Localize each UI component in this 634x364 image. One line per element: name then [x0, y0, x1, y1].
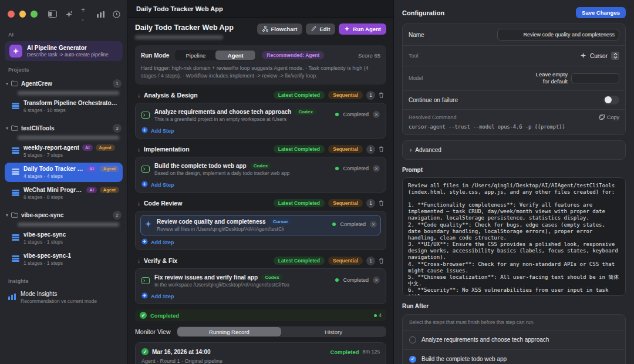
remove-step-icon[interactable]: ✕ — [373, 277, 380, 284]
redacted-path — [18, 136, 119, 140]
mode-insights-item[interactable]: Mode Insights Recommendation vs current … — [5, 288, 123, 307]
folder-icon — [11, 78, 18, 89]
folder-agentcrew[interactable]: ▾ AgentCrew 1 — [0, 75, 127, 89]
delete-stage-icon[interactable] — [379, 255, 384, 266]
configuration-title: Configuration — [402, 9, 444, 16]
pipeline-item-weekly-report[interactable]: weekly-report-agent AI Agent 5 stages · … — [5, 141, 123, 161]
sidebar-toggle-icon[interactable] — [48, 11, 57, 18]
agent-badge: Agent — [100, 187, 119, 193]
delete-stage-icon[interactable] — [379, 198, 384, 208]
main-panel: Daily Todo Tracker Web App Daily Todo Tr… — [128, 0, 393, 364]
add-circle-icon — [141, 127, 148, 134]
tool-label: Tool — [409, 53, 419, 59]
minimize-window-button[interactable] — [19, 11, 26, 18]
radio-checked-icon[interactable]: ✓ — [409, 356, 416, 363]
status-dot — [335, 278, 339, 282]
name-input[interactable] — [497, 29, 619, 41]
score-label: Score 65 — [358, 52, 380, 59]
model-input[interactable] — [571, 73, 619, 83]
record-duration: 8m 12s — [362, 349, 380, 355]
stage-analysis-design: ↓ Analysis & Design Latest Completed Seq… — [135, 90, 386, 139]
remove-step-icon[interactable]: ✕ — [373, 111, 380, 118]
continue-on-failure-label: Continue on failure — [409, 97, 458, 103]
model-label: Model — [409, 75, 423, 81]
pipeline-item-daily-todo[interactable]: Daily Todo Tracker Web App AI Agent 4 st… — [5, 163, 123, 182]
monitor-tabs: Running Record History — [177, 326, 387, 337]
cursor-sparkle-icon — [144, 220, 152, 230]
remove-step-icon[interactable]: ✕ — [370, 221, 377, 228]
save-changes-button[interactable]: Save Changes — [576, 7, 626, 18]
resolved-command-value: cursor-agent --trust --model opus-4.6 -p… — [409, 124, 619, 130]
chevron-down-icon[interactable]: ▾ — [6, 126, 8, 131]
tool-select-stepper[interactable] — [611, 52, 619, 60]
check-circle-icon: ✓ — [140, 312, 147, 319]
run-agent-button[interactable]: Run Agent — [339, 23, 386, 35]
redacted-path — [18, 91, 119, 95]
pipeline-generator-icon — [9, 45, 22, 58]
step-row-selected[interactable]: Review code quality and completeness Cur… — [140, 215, 381, 235]
folder-vibe-spec-sync[interactable]: ▾ vibe-spec-sync 2 — [0, 207, 127, 220]
run-mode-option-agent[interactable]: Agent — [215, 50, 255, 60]
status-dot — [335, 167, 339, 170]
clipboard-icon — [599, 114, 605, 121]
add-step-button[interactable]: Add Step — [140, 178, 381, 189]
tab-running-record[interactable]: Running Record — [177, 327, 282, 336]
step-row[interactable]: Analyze requirements and choose tech app… — [140, 107, 381, 124]
window-titlebar: Daily Todo Tracker Web App — [128, 0, 393, 18]
settings-icon[interactable] — [113, 11, 120, 18]
chart-icon[interactable] — [97, 11, 104, 18]
flowchart-button[interactable]: Flowchart — [257, 23, 303, 35]
folder-testclitools[interactable]: ▾ testCliTools 3 — [0, 120, 127, 133]
remove-step-icon[interactable]: ✕ — [373, 165, 380, 172]
pipeline-item-wechat[interactable]: WeChat Mini Program - Todo... AI Agent 6… — [5, 184, 123, 203]
stage-mode-badge: Sequential — [328, 199, 363, 207]
ai-badge: AI — [86, 187, 97, 193]
add-step-button[interactable]: Add Step — [140, 289, 381, 301]
radio-unchecked-icon[interactable] — [409, 336, 416, 343]
stage-arrow-icon: ↓ — [137, 200, 140, 207]
add-step-button[interactable]: Add Step — [140, 124, 381, 135]
stage-mode-badge: Sequential — [328, 257, 363, 265]
add-step-button[interactable]: Add Step — [140, 235, 381, 247]
continue-on-failure-toggle[interactable] — [603, 96, 619, 105]
model-hint: Leave empty for default — [536, 71, 568, 86]
step-row[interactable]: Fix review issues and verify final app C… — [140, 272, 381, 289]
maximize-window-button[interactable] — [31, 11, 38, 18]
pipeline-item-vibe-spec-sync[interactable]: vibe-spec-sync 1 stages · 1 steps — [5, 228, 123, 248]
terminal-icon — [141, 110, 150, 121]
recommended-badge: Recommended: Agent — [262, 51, 324, 59]
close-window-button[interactable] — [8, 11, 15, 18]
run-after-option[interactable]: Analyze requirements and choose tech app… — [403, 331, 625, 350]
status-dot — [332, 223, 336, 226]
ai-pipeline-generator-item[interactable]: AI Pipeline Generator Describe task -> a… — [5, 41, 123, 61]
run-mode-segmented-control: Pipeline Agent — [175, 50, 256, 60]
ai-sparkle-icon[interactable] — [65, 11, 73, 18]
monitor-view-label: Monitor View — [135, 328, 171, 335]
configuration-card: Name Tool Cursor Model Leave empty for d… — [402, 23, 626, 135]
run-after-option[interactable]: ✓ Build the complete todo web app — [403, 350, 625, 364]
run-mode-label: Run Mode — [141, 52, 169, 59]
stage-count-badge: 1 — [366, 91, 375, 100]
run-mode-option-pipeline[interactable]: Pipeline — [176, 50, 215, 60]
section-projects-label: Projects — [0, 62, 127, 75]
stage-arrow-icon: ↓ — [137, 258, 140, 264]
delete-stage-icon[interactable] — [379, 144, 384, 154]
pipeline-item-transform[interactable]: Transform Pipeline Orchestrator into Aut… — [5, 97, 123, 116]
tab-history[interactable]: History — [281, 327, 386, 336]
edit-button[interactable]: Edit — [306, 23, 335, 35]
step-row[interactable]: Build the complete todo web app Codex Ba… — [140, 161, 381, 178]
window-title: Daily Todo Tracker Web App — [136, 5, 223, 12]
chevron-down-icon[interactable]: ▾ — [6, 213, 8, 218]
redacted-path — [18, 223, 119, 227]
delete-stage-icon[interactable] — [379, 90, 384, 100]
folder-icon — [11, 210, 18, 220]
pipeline-icon — [12, 167, 19, 177]
pipeline-item-vibe-spec-sync-1[interactable]: vibe-spec-sync-1 1 stages · 1 steps — [5, 250, 123, 269]
chevron-down-icon[interactable]: ▾ — [6, 81, 8, 86]
add-button[interactable]: + ⌄ — [81, 6, 89, 22]
copy-button[interactable]: Copy — [599, 114, 619, 121]
prompt-textarea[interactable]: Review all files in /Users/qingli/Deskto… — [402, 177, 626, 296]
advanced-section[interactable]: › Advanced — [402, 140, 626, 160]
insights-chart-icon — [8, 292, 16, 302]
stage-arrow-icon: ↓ — [137, 92, 140, 99]
